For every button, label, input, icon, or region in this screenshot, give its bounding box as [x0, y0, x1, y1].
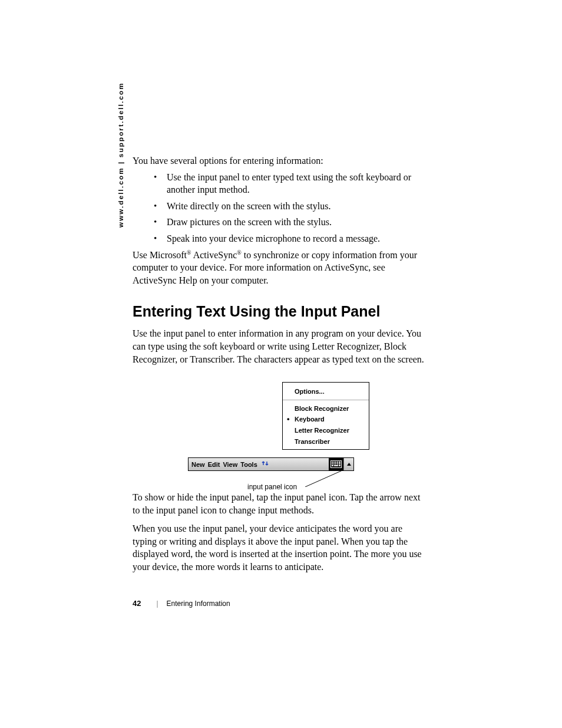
- svg-rect-12: [334, 465, 338, 466]
- svg-rect-1: [332, 462, 333, 463]
- svg-rect-7: [333, 463, 335, 465]
- menu-edit[interactable]: Edit: [208, 461, 220, 468]
- heading-paragraph: Use the input panel to enter information…: [133, 327, 427, 365]
- svg-rect-5: [339, 462, 340, 463]
- registered-icon: ®: [187, 249, 191, 255]
- list-item: Use the input panel to enter typed text …: [167, 171, 427, 196]
- list-item: Write directly on the screen with the st…: [167, 200, 427, 213]
- menu-item-options[interactable]: Options...: [283, 386, 369, 397]
- sync-arrows-icon[interactable]: [261, 460, 269, 468]
- svg-rect-10: [339, 463, 340, 465]
- menu-divider: [283, 400, 369, 400]
- chapter-name: Entering Information: [167, 599, 230, 608]
- input-method-arrow-button[interactable]: [343, 458, 353, 470]
- activesync-paragraph: Use Microsoft® ActiveSync® to synchroniz…: [133, 249, 427, 287]
- below-figure-content: To show or hide the input panel, tap the…: [133, 491, 427, 579]
- svg-line-14: [305, 470, 342, 487]
- registered-icon: ®: [237, 249, 242, 255]
- paragraph-anticipate: When you use the input panel, your devic…: [133, 522, 427, 573]
- sidebar-url-text: www.dell.com | support.dell.com: [117, 82, 124, 228]
- page-footer: 42 | Entering Information: [133, 599, 230, 608]
- menu-item-block-recognizer[interactable]: Block Recognizer: [283, 403, 369, 414]
- svg-rect-3: [335, 462, 336, 463]
- svg-rect-4: [337, 462, 338, 463]
- menu-tools[interactable]: Tools: [240, 461, 257, 468]
- svg-rect-13: [339, 465, 340, 466]
- svg-rect-6: [332, 463, 333, 465]
- main-content: You have several options for entering in…: [133, 154, 427, 506]
- svg-rect-9: [337, 463, 338, 465]
- section-heading: Entering Text Using the Input Panel: [133, 303, 427, 320]
- input-method-menu: Options... Block Recognizer Keyboard Let…: [282, 382, 369, 450]
- paragraph-show-hide: To show or hide the input panel, tap the…: [133, 491, 427, 516]
- text-fragment: ActiveSync: [191, 250, 237, 260]
- callout-line-icon: [305, 470, 342, 487]
- list-item: Speak into your device microphone to rec…: [167, 232, 427, 245]
- input-panel-figure: Options... Block Recognizer Keyboard Let…: [133, 382, 427, 506]
- text-fragment: Use Microsoft: [133, 250, 187, 260]
- menu-item-keyboard[interactable]: Keyboard: [283, 414, 369, 425]
- list-item: Draw pictures on the screen with the sty…: [167, 216, 427, 229]
- figure-caption: input panel icon: [247, 483, 297, 491]
- footer-separator: |: [141, 599, 166, 608]
- taskbar: New Edit View Tools: [188, 457, 354, 471]
- input-panel-icon[interactable]: [329, 458, 343, 470]
- taskbar-menus: New Edit View Tools: [189, 461, 257, 468]
- intro-paragraph: You have several options for entering in…: [133, 154, 427, 167]
- menu-item-letter-recognizer[interactable]: Letter Recognizer: [283, 425, 369, 436]
- options-list: Use the input panel to enter typed text …: [133, 171, 427, 245]
- menu-new[interactable]: New: [191, 461, 205, 468]
- page-number: 42: [133, 599, 141, 608]
- svg-rect-11: [332, 465, 333, 466]
- svg-rect-2: [333, 462, 335, 463]
- menu-item-transcriber[interactable]: Transcriber: [283, 436, 369, 447]
- menu-view[interactable]: View: [223, 461, 237, 468]
- svg-rect-8: [335, 463, 336, 465]
